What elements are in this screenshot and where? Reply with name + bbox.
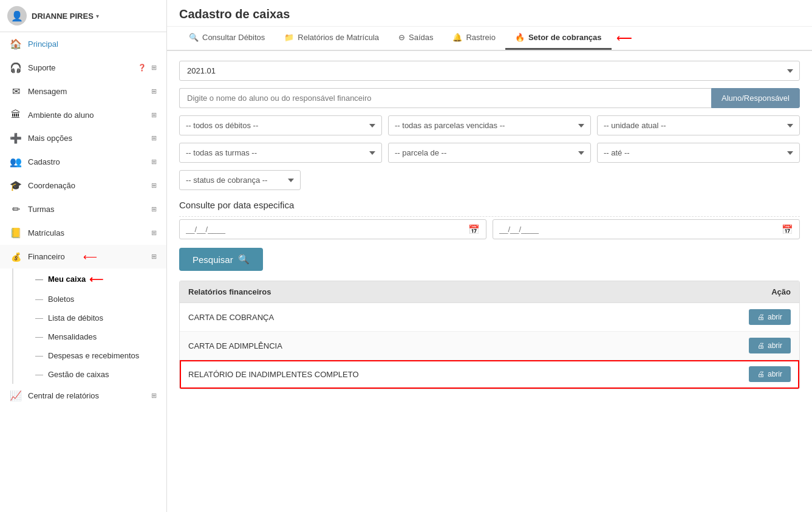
avatar: 👤 xyxy=(7,6,27,26)
expand-icon: ⊞ xyxy=(151,134,157,142)
sidebar-item-mensagem[interactable]: ✉ Mensagem ⊞ xyxy=(0,80,166,103)
status-select[interactable]: -- status de cobrança -- xyxy=(179,170,301,190)
sub-item-label: Meu caixa xyxy=(48,275,86,284)
sidebar-item-label: Mensagem xyxy=(28,87,149,96)
user-name: DRIANNE PIRES xyxy=(32,12,94,21)
date1-wrap: 📅 xyxy=(179,219,486,239)
print-icon: 🖨 xyxy=(757,370,765,378)
tab-label: Saídas xyxy=(409,33,433,42)
tab-setor-cobranças[interactable]: 🔥 Setor de cobranças xyxy=(505,27,612,50)
sidebar-sub-item-meu-caixa[interactable]: — Meu caixa ⟵ xyxy=(12,268,166,290)
dash-icon: — xyxy=(35,370,43,379)
parcelas-wrap: -- todas as parcelas vencidas -- xyxy=(388,115,591,135)
expand-icon: ⊞ xyxy=(151,205,157,213)
col-acao-header: Ação xyxy=(740,281,799,303)
reports-table: Relatórios financeiros Ação CARTA DE COB… xyxy=(180,281,799,389)
turmas-wrap: -- todas as turmas -- xyxy=(179,143,382,163)
tab-saidas[interactable]: ⊖ Saídas xyxy=(389,27,443,50)
tab-consultar-debitos[interactable]: 🔍 Consultar Débitos xyxy=(179,27,275,50)
debitos-select[interactable]: -- todos os débitos -- xyxy=(179,115,382,135)
calendar-icon[interactable]: 📅 xyxy=(776,220,799,239)
tab-label: Consultar Débitos xyxy=(202,33,265,42)
date2-input[interactable] xyxy=(493,220,776,239)
periodo-select[interactable]: 2021.01 2020.02 2020.01 xyxy=(179,61,800,81)
sidebar-item-suporte[interactable]: 🎧 Suporte ❓ ⊞ xyxy=(0,56,166,80)
parcelas-select[interactable]: -- todas as parcelas vencidas -- xyxy=(388,115,591,135)
turmas-select[interactable]: -- todas as turmas -- xyxy=(179,143,382,163)
chart-icon: 📈 xyxy=(10,390,22,401)
tab-label: Relatórios de Matrícula xyxy=(298,33,379,42)
abrir-button[interactable]: 🖨 abrir xyxy=(749,338,791,353)
sidebar-item-ambiente-aluno[interactable]: 🏛 Ambiente do aluno ⊞ xyxy=(0,103,166,126)
sidebar-item-label: Principal xyxy=(28,39,157,49)
tabs-bar: 🔍 Consultar Débitos 📁 Relatórios de Matr… xyxy=(167,27,812,51)
pencil-icon: ✏ xyxy=(10,203,22,215)
pesquisar-button[interactable]: Pesquisar 🔍 xyxy=(179,248,263,271)
aluno-input-group: Aluno/Responsável xyxy=(179,88,800,108)
expand-icon: ⊞ xyxy=(151,392,157,400)
sidebar-item-turmas[interactable]: ✏ Turmas ⊞ xyxy=(0,197,166,221)
meu-caixa-arrow-icon: ⟵ xyxy=(89,273,103,285)
parcela-de-select[interactable]: -- parcela de -- xyxy=(388,143,591,163)
search-icon: 🔍 xyxy=(189,33,199,42)
calendar-icon[interactable]: 📅 xyxy=(462,220,486,239)
expand-icon: ⊞ xyxy=(151,158,157,166)
ate-wrap: -- até -- xyxy=(597,143,800,163)
unidade-wrap: -- unidade atual -- xyxy=(597,115,800,135)
sidebar-sub-item-boletos[interactable]: — Boletos xyxy=(12,290,166,309)
aluno-responsavel-button[interactable]: Aluno/Responsável xyxy=(711,88,800,108)
date2-wrap: 📅 xyxy=(493,219,800,239)
sub-item-label: Boletos xyxy=(48,295,74,304)
sidebar-item-label: Suporte xyxy=(28,63,138,72)
tab-rastreio[interactable]: 🔔 Rastreio xyxy=(443,27,505,50)
debitos-wrap: -- todos os débitos -- xyxy=(179,115,382,135)
table-row: CARTA DE COBRANÇA 🖨 abrir xyxy=(180,303,799,332)
form-area: 2021.01 2020.02 2020.01 Aluno/Responsáve… xyxy=(167,51,812,399)
sidebar-item-label: Cadastro xyxy=(28,157,149,166)
sidebar-item-label: Turmas xyxy=(28,205,149,214)
selects-row-1: -- todos os débitos -- -- todas as parce… xyxy=(179,115,800,135)
sidebar-item-matriculas[interactable]: 📒 Matrículas ⊞ xyxy=(0,221,166,245)
home-icon: 🏠 xyxy=(10,38,22,50)
sidebar-sub-item-gestao-caixas[interactable]: — Gestão de caixas xyxy=(12,365,166,384)
tab-arrow-icon: ⟵ xyxy=(616,32,632,45)
sidebar-item-label: Matrículas xyxy=(28,228,149,237)
sidebar: 👤 DRIANNE PIRES ▾ 🏠 Principal 🎧 Suporte … xyxy=(0,0,167,512)
sidebar-item-financeiro[interactable]: 💰 Financeiro ⟵ ⊞ xyxy=(0,245,166,268)
dash-icon: — xyxy=(35,295,43,304)
ate-select[interactable]: -- até -- xyxy=(597,143,800,163)
bell-icon: 🔔 xyxy=(452,33,462,42)
minus-circle-icon: ⊖ xyxy=(398,33,405,42)
dash-icon: — xyxy=(35,313,43,323)
expand-icon: ⊞ xyxy=(151,182,157,189)
dash-icon: — xyxy=(35,332,43,341)
date-row: 📅 📅 xyxy=(179,219,800,239)
help-icon[interactable]: ❓ xyxy=(138,64,146,72)
sidebar-sub-item-despesas-recebimentos[interactable]: — Despesas e recebimentos xyxy=(12,346,166,365)
sidebar-sub-item-lista-debitos[interactable]: — Lista de débitos xyxy=(12,309,166,327)
sidebar-item-principal[interactable]: 🏠 Principal xyxy=(0,32,166,56)
building-icon: 🏛 xyxy=(10,109,22,120)
sidebar-item-coordenacao[interactable]: 🎓 Coordenação ⊞ xyxy=(0,174,166,197)
sidebar-item-label: Central de relatórios xyxy=(28,391,149,400)
sidebar-item-cadastro[interactable]: 👥 Cadastro ⊞ xyxy=(0,150,166,174)
main-content: Cadastro de caixas 🔍 Consultar Débitos 📁… xyxy=(167,0,812,512)
unidade-select[interactable]: -- unidade atual -- xyxy=(597,115,800,135)
pesquisar-label: Pesquisar xyxy=(193,254,233,265)
page-title: Cadastro de caixas xyxy=(167,0,812,27)
table-row: RELATÓRIO DE INADIMPLENTES COMPLETO 🖨 ab… xyxy=(180,360,799,389)
abrir-button[interactable]: 🖨 abrir xyxy=(749,309,791,325)
dash-icon: — xyxy=(35,275,43,284)
users-icon: 👥 xyxy=(10,156,22,168)
report-label: CARTA DE ADIMPLÊNCIA xyxy=(180,332,740,360)
aluno-input[interactable] xyxy=(179,88,711,108)
abrir-button[interactable]: 🖨 abrir xyxy=(749,366,791,382)
print-icon: 🖨 xyxy=(757,313,765,321)
sidebar-item-label: Ambiente do aluno xyxy=(28,111,149,120)
sidebar-item-central-relatorios[interactable]: 📈 Central de relatórios ⊞ xyxy=(0,384,166,408)
dash-icon: — xyxy=(35,351,43,360)
sidebar-item-mais-opcoes[interactable]: ➕ Mais opções ⊞ xyxy=(0,126,166,150)
tab-relatorios-matricula[interactable]: 📁 Relatórios de Matrícula xyxy=(275,27,389,50)
date1-input[interactable] xyxy=(180,220,462,239)
sidebar-sub-item-mensalidades[interactable]: — Mensalidades xyxy=(12,327,166,346)
